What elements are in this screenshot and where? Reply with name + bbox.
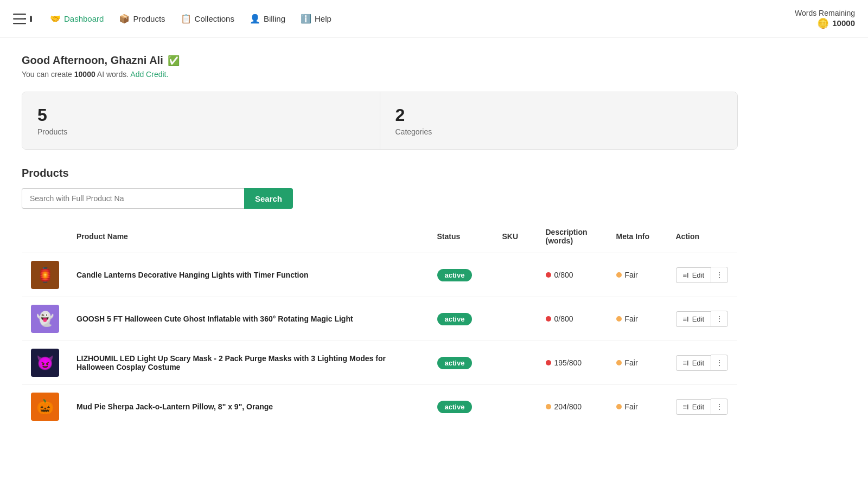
edit-button[interactable]: ≡I Edit <box>676 399 711 415</box>
more-options-button[interactable]: ⋮ <box>711 311 728 327</box>
product-meta-cell: Fair <box>608 253 667 297</box>
meta-status-dot <box>616 316 622 322</box>
product-name-cell: Candle Lanterns Decorative Hanging Light… <box>68 253 429 297</box>
nav-link-collections[interactable]: 📋 Collections <box>181 14 234 24</box>
th-action: Action <box>667 220 738 253</box>
collections-icon: 📋 <box>181 14 192 24</box>
hamburger-menu-icon[interactable] <box>13 14 35 24</box>
edit-list-icon: ≡I <box>683 403 689 411</box>
table-row: 👻 GOOSH 5 FT Halloween Cute Ghost Inflat… <box>22 297 738 341</box>
product-name-text: LIZHOUMIL LED Light Up Scary Mask - 2 Pa… <box>76 354 386 371</box>
action-group: ≡I Edit ⋮ <box>676 399 729 415</box>
edit-button[interactable]: ≡I Edit <box>676 355 711 371</box>
coin-icon: 🪙 <box>817 17 829 29</box>
product-action-cell: ≡I Edit ⋮ <box>667 253 738 297</box>
product-thumbnail: 🎃 <box>31 393 59 421</box>
search-input[interactable] <box>22 188 244 209</box>
greeting-text: Good Afternoon, Ghazni Ali <box>22 54 163 67</box>
product-sku-cell <box>494 385 537 429</box>
billing-icon: 👤 <box>250 14 260 24</box>
edit-button[interactable]: ≡I Edit <box>676 311 711 327</box>
product-name-cell: LIZHOUMIL LED Light Up Scary Mask - 2 Pa… <box>68 341 429 385</box>
navbar-left: 🤝 Dashboard 📦 Products 📋 Collections 👤 B… <box>13 14 795 24</box>
more-options-button[interactable]: ⋮ <box>711 399 728 415</box>
dashboard-icon: 🤝 <box>50 14 61 24</box>
edit-list-icon: ≡I <box>683 359 689 367</box>
words-remaining-widget: Words Remaining 🪙 10000 <box>795 9 855 29</box>
th-sku: SKU <box>494 220 537 253</box>
action-group: ≡I Edit ⋮ <box>676 267 729 283</box>
meta-status-dot <box>616 404 622 409</box>
main-content: Good Afternoon, Ghazni Ali ✅ You can cre… <box>0 38 760 445</box>
meta-status-dot <box>616 272 622 278</box>
product-image-cell: 🎃 <box>22 385 68 429</box>
status-badge: active <box>437 357 473 369</box>
product-image-cell: 🏮 <box>22 253 68 297</box>
product-name-text: Candle Lanterns Decorative Hanging Light… <box>76 271 309 279</box>
nav-label-collections: Collections <box>195 14 234 23</box>
svg-rect-4 <box>24 18 26 20</box>
description-words: 0/800 <box>546 314 599 323</box>
greeting-sub-pre: You can create <box>22 70 74 79</box>
meta-label-text: Fair <box>625 402 638 411</box>
product-action-cell: ≡I Edit ⋮ <box>667 341 738 385</box>
stat-card-categories: 2 Categories <box>380 92 738 149</box>
product-thumbnail: 😈 <box>31 349 59 377</box>
product-action-cell: ≡I Edit ⋮ <box>667 385 738 429</box>
nav-link-products[interactable]: 📦 Products <box>119 14 165 24</box>
stat-products-number: 5 <box>37 105 365 125</box>
action-group: ≡I Edit ⋮ <box>676 311 729 327</box>
meta-label-text: Fair <box>625 314 638 323</box>
product-name-cell: Mud Pie Sherpa Jack-o-Lantern Pillow, 8"… <box>68 385 429 429</box>
nav-label-help: Help <box>315 14 331 23</box>
product-status-cell: active <box>429 297 494 341</box>
svg-rect-2 <box>13 23 26 24</box>
more-options-button[interactable]: ⋮ <box>711 355 728 371</box>
meta-status-dot <box>616 360 622 365</box>
desc-status-dot <box>546 272 551 278</box>
table-row: 🎃 Mud Pie Sherpa Jack-o-Lantern Pillow, … <box>22 385 738 429</box>
svg-rect-5 <box>30 16 32 22</box>
edit-list-icon: ≡I <box>683 271 689 279</box>
search-button[interactable]: Search <box>244 188 293 209</box>
words-remaining-label: Words Remaining <box>795 9 855 17</box>
th-status: Status <box>429 220 494 253</box>
table-header-row: Product Name Status SKU Description (wor… <box>22 220 738 253</box>
edit-list-icon: ≡I <box>683 315 689 323</box>
action-group: ≡I Edit ⋮ <box>676 355 729 371</box>
edit-button[interactable]: ≡I Edit <box>676 267 711 283</box>
nav-link-billing[interactable]: 👤 Billing <box>250 14 285 24</box>
status-badge: active <box>437 313 473 325</box>
more-options-button[interactable]: ⋮ <box>711 267 728 283</box>
meta-info-value: Fair <box>616 271 659 279</box>
desc-words-value: 195/800 <box>554 358 582 367</box>
nav-link-help[interactable]: ℹ️ Help <box>301 14 331 24</box>
nav-link-dashboard[interactable]: 🤝 Dashboard <box>50 14 104 24</box>
th-meta-info: Meta Info <box>608 220 667 253</box>
products-section-title: Products <box>22 167 738 179</box>
product-meta-cell: Fair <box>608 385 667 429</box>
product-name-cell: GOOSH 5 FT Halloween Cute Ghost Inflatab… <box>68 297 429 341</box>
th-product-name: Product Name <box>68 220 429 253</box>
product-status-cell: active <box>429 341 494 385</box>
table-row: 🏮 Candle Lanterns Decorative Hanging Lig… <box>22 253 738 297</box>
navbar: 🤝 Dashboard 📦 Products 📋 Collections 👤 B… <box>0 0 868 38</box>
desc-status-dot <box>546 404 551 409</box>
product-sku-cell <box>494 253 537 297</box>
product-status-cell: active <box>429 253 494 297</box>
stat-categories-number: 2 <box>395 105 723 125</box>
desc-words-value: 204/800 <box>554 402 582 411</box>
help-icon: ℹ️ <box>301 14 311 24</box>
nav-label-billing: Billing <box>264 14 285 23</box>
desc-status-dot <box>546 316 551 322</box>
description-words: 195/800 <box>546 358 599 367</box>
svg-rect-0 <box>13 14 26 15</box>
product-meta-cell: Fair <box>608 297 667 341</box>
product-action-cell: ≡I Edit ⋮ <box>667 297 738 341</box>
product-desc-cell: 204/800 <box>537 385 608 429</box>
add-credit-link[interactable]: Add Credit. <box>130 70 168 79</box>
product-thumbnail: 👻 <box>31 305 59 333</box>
th-description: Description (words) <box>537 220 608 253</box>
edit-label: Edit <box>692 271 704 279</box>
product-desc-cell: 0/800 <box>537 253 608 297</box>
